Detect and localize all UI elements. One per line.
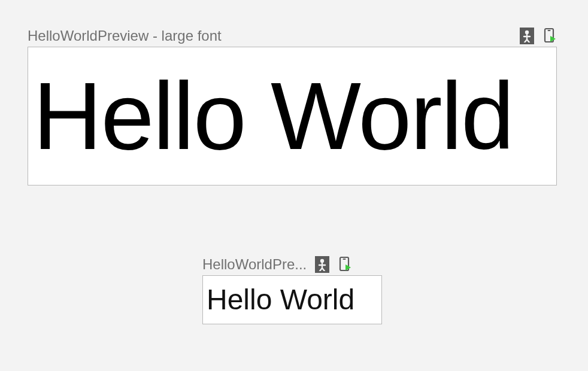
preview-block-large: HelloWorldPreview - large font Hello Wor…	[28, 28, 557, 186]
deploy-preview-icon[interactable]	[339, 256, 352, 273]
preview-title: HelloWorldPre...	[202, 256, 307, 273]
preview-header-icons	[315, 256, 352, 273]
deploy-preview-icon[interactable]	[544, 28, 557, 44]
preview-content-text: Hello World	[207, 285, 354, 314]
interactive-mode-icon[interactable]	[520, 28, 534, 44]
preview-block-small: HelloWorldPre... Hello World	[202, 256, 382, 324]
svg-rect-5	[343, 259, 346, 260]
preview-header-icons	[520, 28, 557, 44]
preview-header: HelloWorldPreview - large font	[28, 28, 557, 44]
preview-content-text: Hello World	[33, 68, 513, 164]
svg-rect-2	[548, 30, 551, 31]
preview-canvas[interactable]: Hello World	[28, 47, 557, 186]
interactive-mode-icon[interactable]	[315, 256, 329, 273]
preview-header: HelloWorldPre...	[202, 256, 382, 273]
preview-canvas[interactable]: Hello World	[202, 275, 382, 324]
preview-title: HelloWorldPreview - large font	[28, 28, 520, 44]
